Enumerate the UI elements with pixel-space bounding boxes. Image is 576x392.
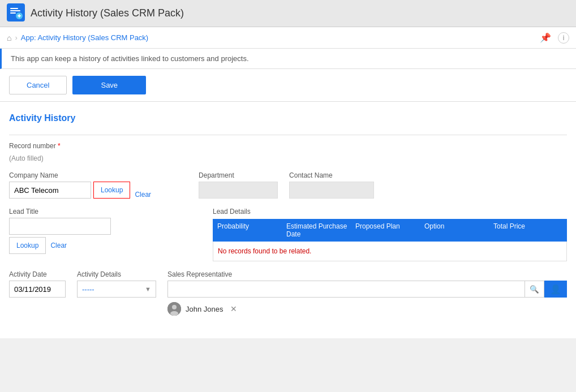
svg-rect-6	[19, 14, 20, 18]
lead-details-label: Lead Details	[213, 208, 567, 216]
search-icon: 🔍	[530, 285, 539, 294]
lead-title-group: Lead Title Lookup Clear	[9, 208, 111, 254]
breadcrumb[interactable]: App: Activity History (Sales CRM Pack)	[21, 33, 148, 42]
activity-details-value: -----	[82, 285, 94, 294]
info-message: This app can keep a history of activitie…	[11, 54, 249, 63]
home-icon[interactable]: ⌂	[7, 33, 11, 42]
department-input	[199, 182, 278, 199]
company-lookup-button[interactable]: Lookup	[93, 182, 130, 199]
activity-details-group: Activity Details ----- ▼	[77, 270, 156, 298]
sales-rep-person-button[interactable]: 👤	[544, 281, 567, 298]
company-row: Company Name Lookup Clear Department Con…	[9, 171, 567, 199]
toolbar: Cancel Save	[0, 69, 576, 102]
activity-details-label: Activity Details	[77, 270, 156, 278]
divider	[9, 135, 567, 135]
company-name-group: Company Name Lookup Clear	[9, 171, 153, 199]
lead-details-section: Lead Details Probability Estimated Purch…	[213, 208, 567, 261]
svg-rect-1	[10, 8, 18, 9]
company-clear-button[interactable]: Clear	[132, 191, 153, 199]
company-name-label: Company Name	[9, 171, 153, 179]
col-total-price: Total Price	[493, 222, 562, 238]
lead-row: Lead Title Lookup Clear Lead Details Pro…	[9, 208, 567, 261]
department-label: Department	[199, 171, 278, 179]
section-title: Activity History	[9, 113, 567, 123]
svg-rect-3	[10, 12, 16, 14]
sales-rep-search-button[interactable]: 🔍	[525, 281, 544, 298]
col-proposed-plan: Proposed Plan	[355, 222, 424, 238]
sales-rep-input-group: 🔍 👤	[167, 281, 567, 298]
sales-rep-result: John Jones ✕	[167, 300, 567, 318]
info-bar: This app can keep a history of activitie…	[0, 49, 576, 69]
chevron-down-icon: ▼	[145, 286, 151, 292]
breadcrumb-separator: ›	[15, 33, 17, 42]
svg-point-8	[172, 305, 177, 309]
col-option: Option	[424, 222, 493, 238]
app-icon	[7, 3, 25, 23]
bottom-row: Activity Date Activity Details ----- ▼ S…	[9, 270, 567, 318]
sales-rep-input[interactable]	[167, 281, 525, 298]
activity-details-select[interactable]: ----- ▼	[77, 281, 156, 298]
save-button[interactable]: Save	[72, 76, 146, 94]
company-name-inline: Lookup Clear	[9, 182, 153, 199]
lead-lookup-button[interactable]: Lookup	[9, 237, 46, 254]
contact-name-input	[289, 182, 374, 199]
record-number-label: Record number *	[9, 142, 567, 150]
activity-date-label: Activity Date	[9, 270, 66, 278]
sales-rep-label: Sales Representative	[167, 270, 567, 278]
sales-rep-group: Sales Representative 🔍 👤	[167, 270, 567, 318]
cancel-button[interactable]: Cancel	[9, 76, 67, 94]
lead-details-no-records: No records found to be related.	[213, 242, 567, 261]
avatar	[167, 302, 181, 316]
pin-icon[interactable]: 📌	[540, 32, 551, 43]
remove-sales-rep-button[interactable]: ✕	[230, 304, 237, 313]
lead-title-input[interactable]	[9, 218, 111, 235]
nav-actions: 📌 i	[540, 32, 569, 44]
activity-date-group: Activity Date	[9, 270, 66, 298]
sales-rep-result-name: John Jones	[186, 305, 223, 313]
required-marker: *	[58, 142, 61, 150]
department-group: Department	[199, 171, 278, 199]
lead-clear-button[interactable]: Clear	[48, 242, 69, 249]
activity-date-input[interactable]	[9, 281, 66, 298]
lead-title-label: Lead Title	[9, 208, 111, 216]
contact-name-group: Contact Name	[289, 171, 374, 199]
svg-point-9	[170, 311, 178, 316]
title-bar: Activity History (Sales CRM Pack)	[0, 0, 576, 27]
svg-rect-0	[7, 3, 25, 21]
record-number-group: Record number *	[9, 142, 567, 152]
nav-bar: ⌂ › App: Activity History (Sales CRM Pac…	[0, 27, 576, 49]
page-title: Activity History (Sales CRM Pack)	[31, 7, 184, 19]
info-icon[interactable]: i	[558, 32, 569, 44]
col-probability: Probability	[217, 222, 286, 238]
col-est-purchase: Estimated Purchase Date	[286, 222, 355, 238]
person-icon: 👤	[550, 284, 561, 295]
contact-name-label: Contact Name	[289, 171, 374, 179]
company-name-input[interactable]	[9, 182, 91, 199]
lead-details-table-header: Probability Estimated Purchase Date Prop…	[213, 219, 567, 242]
svg-rect-2	[10, 10, 20, 11]
main-content: Activity History Record number * (Auto f…	[0, 102, 576, 338]
auto-filled-text: (Auto filled)	[9, 154, 567, 162]
